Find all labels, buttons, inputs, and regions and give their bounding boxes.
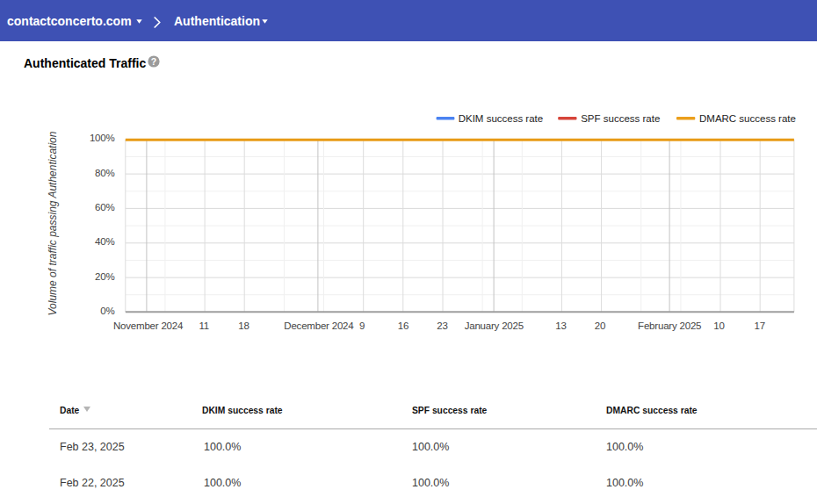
svg-text:February 2025: February 2025: [638, 320, 701, 331]
svg-text:DKIM success rate: DKIM success rate: [459, 113, 544, 124]
svg-text:20: 20: [595, 320, 605, 331]
svg-text:10: 10: [713, 320, 724, 331]
svg-text:16: 16: [398, 320, 408, 331]
svg-text:80%: 80%: [95, 168, 114, 178]
svg-text:11: 11: [199, 320, 209, 331]
svg-text:18: 18: [238, 320, 249, 331]
svg-text:SPF success rate: SPF success rate: [581, 113, 660, 124]
svg-text:0%: 0%: [100, 306, 114, 316]
svg-text:DMARC success rate: DMARC success rate: [699, 113, 796, 124]
svg-text:40%: 40%: [95, 236, 114, 247]
svg-text:December 2024: December 2024: [284, 320, 354, 331]
svg-text:100%: 100%: [90, 133, 115, 143]
svg-text:20%: 20%: [95, 271, 114, 282]
svg-text:November 2024: November 2024: [113, 320, 184, 331]
svg-text:Volume of traffic passing Auth: Volume of traffic passing Authentication: [47, 131, 59, 315]
svg-text:13: 13: [555, 320, 566, 331]
svg-text:23: 23: [437, 320, 447, 331]
svg-text:17: 17: [755, 320, 765, 331]
svg-text:60%: 60%: [95, 202, 114, 212]
svg-text:January 2025: January 2025: [465, 320, 524, 331]
svg-text:9: 9: [359, 320, 365, 331]
